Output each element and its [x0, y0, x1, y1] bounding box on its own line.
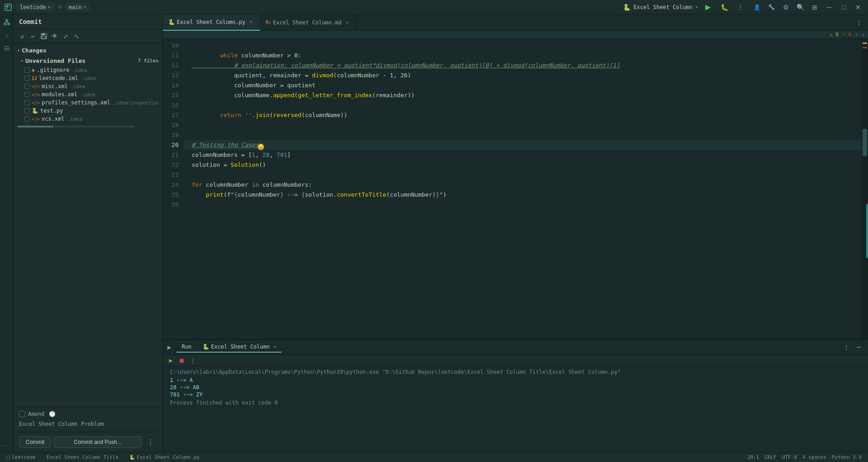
code-line-18: [184, 120, 862, 130]
tab-md[interactable]: M↓ Excel Sheet Column.md ✕: [260, 14, 357, 31]
amend-checkbox[interactable]: [19, 411, 25, 417]
toolbar-preview-btn[interactable]: 👁: [50, 31, 60, 41]
run-panel-icon[interactable]: ▶: [167, 344, 171, 351]
search-button[interactable]: 🔍: [794, 1, 807, 14]
file-name-0: .gitignore: [37, 67, 69, 73]
file-checkbox-6[interactable]: [24, 116, 30, 122]
svg-line-7: [5, 21, 7, 23]
tab-py-close-icon[interactable]: ✕: [247, 19, 255, 26]
file-item[interactable]: </> misc.xml .idea: [14, 82, 162, 90]
toolbar-expand-btn[interactable]: ⤢: [61, 31, 71, 41]
status-line-ending[interactable]: CRLF: [762, 454, 779, 460]
code-token: (remainder)): [372, 90, 415, 100]
status-indent[interactable]: 4 spaces: [800, 454, 829, 460]
status-project-icon: ⬡: [6, 455, 10, 460]
status-breadcrumb1[interactable]: Excel Sheet Column Title: [44, 454, 121, 460]
toolbar-rollback-btn[interactable]: ↩: [28, 31, 38, 41]
code-token: (columnName)): [302, 110, 348, 120]
status-project[interactable]: ⬡ leetcode: [4, 454, 38, 460]
panel-toolbar: ▶ ■ ⋮: [163, 355, 868, 366]
code-token: while: [220, 51, 238, 61]
status-encoding[interactable]: UTF-8: [779, 454, 800, 460]
commit-more-button[interactable]: ⋮: [144, 436, 157, 448]
file-checkbox-1[interactable]: [24, 75, 30, 81]
tab-py[interactable]: 🐍 Excel Sheet Column.py ✕: [163, 14, 260, 31]
panel-stop-btn[interactable]: ■: [177, 356, 186, 365]
commit-push-button[interactable]: Commit and Push...: [54, 436, 142, 448]
unversioned-header[interactable]: ▾ Unversioned Files 7 files: [14, 56, 162, 66]
code-token: solution.: [305, 190, 336, 200]
line-12: 12: [166, 61, 179, 71]
maximize-button[interactable]: □: [837, 1, 850, 14]
file-item[interactable]: </> profiles_settings.xml .idea\inspecti…: [14, 99, 162, 107]
panel-minimize-btn[interactable]: ─: [854, 342, 864, 353]
scroll-thumb[interactable]: [863, 129, 867, 156]
file-path-0: .idea: [72, 67, 87, 73]
file-checkbox-4[interactable]: [24, 100, 30, 105]
add-profile-button[interactable]: 👤: [750, 1, 763, 14]
file-checkbox-0[interactable]: [24, 67, 30, 73]
project-dropdown[interactable]: leetcode ▾: [16, 3, 54, 11]
sidebar-icon-more[interactable]: ···: [1, 440, 13, 452]
code-token: # explaination: columnNumber = quotient*…: [192, 61, 620, 71]
commit-button[interactable]: Commit: [19, 436, 51, 448]
file-checkbox-3[interactable]: [24, 92, 30, 97]
tab-py-label: Excel Sheet Column.py: [177, 19, 245, 25]
nav-down-icon[interactable]: ↓: [861, 32, 864, 38]
close-button[interactable]: ✕: [852, 1, 864, 14]
toolbar-save-btn[interactable]: [39, 31, 49, 41]
file-item[interactable]: ◈ .gitignore .idea: [14, 66, 162, 74]
file-checkbox-5[interactable]: [24, 108, 30, 113]
status-cursor[interactable]: 20:1: [745, 454, 762, 460]
split-button[interactable]: ⊞: [808, 1, 821, 14]
minimize-button[interactable]: ─: [823, 1, 835, 14]
run-tab-label[interactable]: Run: [176, 342, 197, 353]
status-indent-label: 4 spaces: [802, 454, 826, 460]
line-19: 19: [166, 130, 179, 140]
svg-rect-14: [42, 36, 46, 38]
run-button[interactable]: ▶: [702, 1, 714, 14]
panel-run-btn[interactable]: ▶: [166, 356, 175, 365]
branch-dropdown[interactable]: main ▾: [65, 3, 90, 11]
code-token: columnName.: [192, 90, 273, 100]
file-path-4: .idea\inspectio: [113, 100, 158, 106]
nav-up-icon[interactable]: ↑: [855, 32, 858, 38]
status-breadcrumb2[interactable]: 🐍 Excel Sheet Column.py: [127, 454, 203, 460]
bottom-panel: ▶ Run 🐍 Excel Sheet Column ✕ ⋮ ─: [163, 339, 868, 452]
run-tab-excel[interactable]: 🐍 Excel Sheet Column ✕: [197, 342, 282, 353]
sidebar-icon-vcs[interactable]: [1, 16, 13, 28]
sidebar-icon-layers[interactable]: [1, 43, 13, 55]
file-item[interactable]: </> modules.xml .idea: [14, 90, 162, 99]
code-token: (columnNumber): [387, 190, 436, 200]
file-checkbox-2[interactable]: [24, 84, 30, 89]
title-bar-left: leetcode ▾ ⑂ main ▾: [4, 3, 619, 12]
panel-more-options-btn[interactable]: ⋮: [188, 356, 197, 365]
tab-more-btn[interactable]: ⋮: [854, 17, 864, 28]
panel-more-btn[interactable]: ⋮: [841, 342, 852, 353]
file-path-3: .idea: [80, 92, 95, 98]
editor-scrollbar[interactable]: [862, 39, 868, 339]
toolbar-collapse-btn[interactable]: ⤡: [71, 31, 81, 41]
file-item[interactable]: </> vcs.xml .idea: [14, 115, 162, 123]
code-line-13: quotient, remainder = divmod(columnNumbe…: [184, 71, 862, 80]
unversioned-label: Unversioned Files: [25, 57, 85, 64]
sidebar-icon-refresh[interactable]: ↺: [1, 30, 13, 42]
more-menu-button[interactable]: ⋮: [734, 1, 747, 14]
toolbar-refresh-btn[interactable]: ↺: [17, 31, 27, 41]
tab-md-close-icon[interactable]: ✕: [343, 19, 350, 26]
code-token: get_letter_from_index: [298, 90, 372, 100]
code-editor: 10 11 12 13 14 15 16 17 18 19 20 21 22 2…: [163, 39, 868, 339]
file-icon-misc: </>: [32, 84, 40, 89]
file-item[interactable]: 🐍 test.py: [14, 107, 162, 115]
debug-button[interactable]: 🐛: [718, 1, 731, 14]
status-language[interactable]: Python 3.9: [829, 454, 864, 460]
code-token: (): [259, 160, 266, 170]
changes-header[interactable]: ▾ Changes: [14, 45, 162, 56]
settings-button[interactable]: ⚙: [779, 1, 792, 14]
code-area[interactable]: while columnNumber > 0: # explaination: …: [184, 39, 862, 339]
svg-point-4: [6, 19, 8, 21]
keymap-button[interactable]: 🔧: [765, 1, 778, 14]
file-item[interactable]: IJ leetcode.iml .idea: [14, 74, 162, 82]
run-tab-close-icon[interactable]: ✕: [274, 344, 277, 350]
terminal-command: C:\Users\labri\AppData\Local\Programs\Py…: [170, 369, 861, 375]
